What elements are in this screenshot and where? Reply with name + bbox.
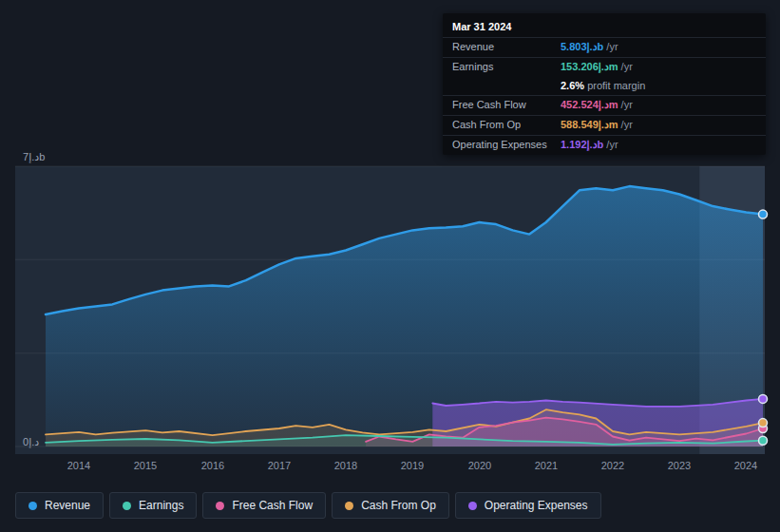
y-axis-max-label: 7د.إb <box>23 151 45 163</box>
earnings-color-dot <box>123 502 131 510</box>
endpoint-dot-revenue <box>759 210 768 218</box>
legend-label: Earnings <box>139 499 183 512</box>
x-tick-label: 2014 <box>58 460 100 471</box>
legend-label: Revenue <box>45 499 90 512</box>
tooltip-row-earnings: Earnings 153.206د.إm /yr <box>443 57 766 77</box>
tooltip-value: 452.524د.إm <box>561 99 618 110</box>
legend-label: Free Cash Flow <box>232 499 313 512</box>
y-axis-zero-label: 0د.إ <box>23 436 39 448</box>
legend-item-revenue[interactable]: Revenue <box>15 492 104 519</box>
x-tick-label: 2018 <box>325 460 367 471</box>
operating-expenses-color-dot <box>468 502 477 510</box>
tooltip-label: Free Cash Flow <box>452 99 561 110</box>
cash-from-op-color-dot <box>345 502 353 510</box>
x-axis: 2014201520162017201820192020202120222023… <box>0 460 780 475</box>
free-cash-flow-color-dot <box>216 502 224 510</box>
tooltip-value: 153.206د.إm <box>561 61 618 72</box>
x-tick-label: 2017 <box>258 460 300 471</box>
tooltip-value: 5.803د.إb <box>561 41 603 52</box>
tooltip-label: Revenue <box>452 41 561 52</box>
legend-item-earnings[interactable]: Earnings <box>109 492 197 519</box>
profit-margin-label: profit margin <box>587 80 645 91</box>
legend-item-cash-from-op[interactable]: Cash From Op <box>332 492 449 519</box>
x-tick-label: 2019 <box>391 460 433 471</box>
legend-item-operating-expenses[interactable]: Operating Expenses <box>455 492 601 519</box>
tooltip-suffix: /yr <box>618 99 633 110</box>
tooltip-suffix: /yr <box>603 41 618 52</box>
x-tick-label: 2022 <box>592 460 634 471</box>
x-tick-label: 2020 <box>459 460 501 471</box>
x-tick-label: 2023 <box>658 460 700 471</box>
endpoint-dot-earnings <box>759 436 768 445</box>
tooltip-value: 588.549د.إm <box>561 119 618 130</box>
profit-margin-value: 2.6% <box>561 80 584 91</box>
tooltip-date: Mar 31 2024 <box>443 13 766 37</box>
tooltip-label: Operating Expenses <box>452 139 561 150</box>
x-tick-label: 2016 <box>192 460 234 471</box>
tooltip-row-cash-from-op: Cash From Op 588.549د.إm /yr <box>443 115 766 135</box>
app-window: 7د.إb 0د.إ 20142015201620172018201920202… <box>0 0 780 532</box>
endpoint-dot-cash_from_op <box>759 419 768 428</box>
tooltip-row-profit-margin: 2.6% profit margin <box>443 77 766 95</box>
tooltip-row-revenue: Revenue 5.803د.إb /yr <box>443 37 766 57</box>
tooltip-card: Mar 31 2024 Revenue 5.803د.إb /yr Earnin… <box>443 13 766 155</box>
tooltip-label: Earnings <box>452 61 561 72</box>
tooltip-value: 1.192د.إb <box>561 139 603 150</box>
x-tick-label: 2021 <box>525 460 567 471</box>
revenue-color-dot <box>29 502 37 510</box>
x-tick-label: 2015 <box>124 460 166 471</box>
legend-item-free-cash-flow[interactable]: Free Cash Flow <box>202 492 326 519</box>
tooltip-suffix: /yr <box>618 119 633 130</box>
tooltip-suffix: /yr <box>618 61 633 72</box>
tooltip-suffix: /yr <box>603 139 618 150</box>
x-tick-label: 2024 <box>725 460 767 471</box>
endpoint-dot-operating_expenses <box>759 394 768 403</box>
tooltip-row-operating-expenses: Operating Expenses 1.192د.إb /yr <box>443 135 766 155</box>
legend: Revenue Earnings Free Cash Flow Cash Fro… <box>15 492 601 519</box>
tooltip-row-free-cash-flow: Free Cash Flow 452.524د.إm /yr <box>443 95 766 115</box>
legend-label: Operating Expenses <box>485 499 588 512</box>
legend-label: Cash From Op <box>361 499 436 512</box>
tooltip-label: Cash From Op <box>452 119 561 130</box>
